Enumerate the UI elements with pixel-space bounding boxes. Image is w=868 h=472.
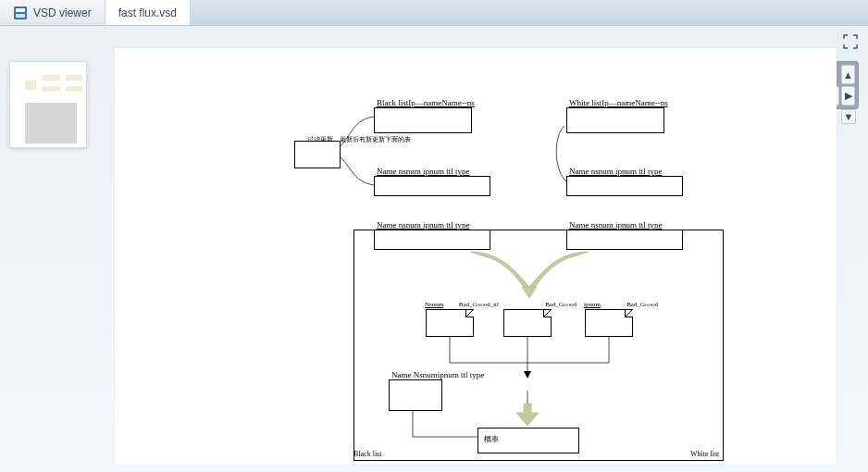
label-black-list: Black list [353,450,381,458]
box-name-nsnumip: Name Nsnumipnum ttl type [389,379,442,411]
vsd-file-icon [13,6,28,20]
down-arrow-icon [515,404,540,429]
page-thumbnail[interactable] [9,61,87,148]
svg-marker-13 [522,287,537,298]
pan-up-button[interactable]: ▲ [841,65,855,84]
doc-nsnum: Nsnum Bad_Goood_ttl [426,309,474,337]
box-filter [294,141,341,168]
svg-rect-2 [16,14,25,18]
svg-marker-14 [516,404,539,426]
workspace: + ▲ − ◀ ✕ ▶ ▼ [0,26,868,472]
tab-bar: VSD viewer fast flux.vsd [0,0,868,26]
box-black-list: Black listIp—nameName--ns [374,107,472,133]
box-white-list: White listIp—nameName--ns [566,107,664,133]
diagram: 过滤更新，更新后有新更新下面的表 Black listIp—nameName--… [115,48,837,465]
thumbnail-preview [14,66,82,143]
pan-right-button[interactable]: ▶ [841,86,855,106]
doc-badgood: Bad_Goood [503,309,552,337]
svg-rect-1 [16,8,25,12]
pan-down-button[interactable]: ▼ [841,109,856,124]
doc-ipnum: ipnum Bad_Goood [585,309,633,337]
fullscreen-button[interactable] [842,33,859,50]
page-canvas[interactable]: 过滤更新，更新后有新更新下面的表 Black listIp—nameName--… [115,48,837,465]
merge-arrow-icon [465,250,594,302]
box-nsnum-1: Name nsnum ipnum ttl type [374,176,490,196]
box-rate: 概率 [477,428,579,453]
label-white-list: White list [690,450,719,458]
tab-file[interactable]: fast flux.vsd [105,0,191,25]
tab-app-title-label: VSD viewer [33,6,92,19]
tab-file-label: fast flux.vsd [118,6,177,19]
tab-app-title[interactable]: VSD viewer [0,0,105,25]
box-nsnum-2: Name nsnum ipnum ttl type [566,176,683,196]
